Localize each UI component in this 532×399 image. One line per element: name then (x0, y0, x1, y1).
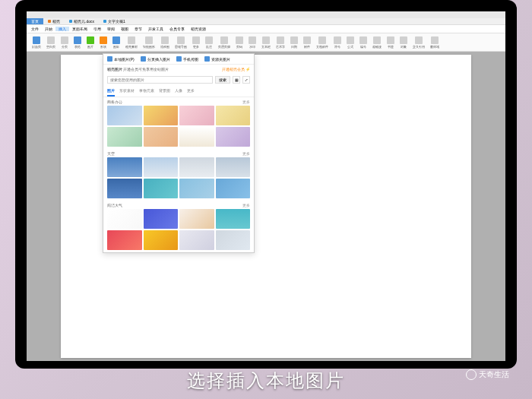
ribbon-页眉页脚[interactable]: 页眉页脚 (216, 36, 233, 49)
页码-icon (236, 36, 243, 44)
thumbnail[interactable] (179, 230, 214, 250)
more-link[interactable]: 更多 (242, 203, 250, 207)
thumbnail[interactable] (179, 106, 214, 125)
category-tab-形状素材[interactable]: 形状素材 (119, 88, 135, 97)
ribbon-日期[interactable]: 日期 (288, 36, 300, 49)
menu-开发工具[interactable]: 开发工具 (145, 27, 166, 31)
ribbon-窗体域[interactable]: 窗体域 (428, 36, 442, 49)
ribbon-编号[interactable]: 编号 (357, 36, 369, 49)
thumbnail[interactable] (216, 106, 251, 125)
ribbon-图标[interactable]: 图标 (110, 36, 122, 49)
书签-icon (387, 36, 394, 44)
ribbon-更多[interactable]: 更多 (190, 36, 202, 49)
menu-开始[interactable]: 开始 (42, 27, 55, 31)
titlebar (27, 11, 505, 18)
expand-icon[interactable]: ⤢ (242, 76, 250, 84)
thumbnail[interactable] (107, 230, 142, 250)
tab-首页[interactable]: 首页 (27, 18, 43, 24)
dd-分页插入图片[interactable]: 分页插入图片 (141, 56, 170, 62)
thumbnail[interactable] (107, 179, 142, 198)
dropdown-search: 搜索 ▦ ⤢ (103, 74, 254, 86)
search-button[interactable]: 搜索 (215, 76, 230, 84)
category-tab-人像[interactable]: 人像 (175, 88, 182, 97)
menu-稻壳资源[interactable]: 稻壳资源 (188, 27, 209, 31)
thumbnail[interactable] (179, 157, 214, 177)
ribbon-图片[interactable]: 图片 (84, 36, 97, 49)
ribbon-对象[interactable]: 对象 (397, 36, 410, 49)
thumbnail[interactable] (144, 157, 179, 177)
thumbnail[interactable] (179, 209, 214, 229)
ribbon-形状[interactable]: 形状 (97, 36, 109, 49)
menu-插入[interactable]: 插入 (55, 27, 69, 31)
thumbnail[interactable] (179, 127, 214, 147)
thumbnail[interactable] (107, 127, 142, 147)
日期-icon (290, 36, 298, 44)
thumbnail[interactable] (107, 106, 142, 125)
ribbon-文档部件[interactable]: 文档部件 (314, 36, 331, 49)
thumbnail[interactable] (144, 106, 179, 125)
tab-稻壳儿.docx[interactable]: 稻壳儿.docx (65, 18, 99, 24)
形状-icon (100, 36, 107, 44)
thumbnail[interactable] (144, 179, 179, 198)
dd-本地图片(P)[interactable]: 本地图片(P) (107, 56, 135, 62)
open-member-link[interactable]: 开通稻壳会员 ⚡ (222, 67, 250, 71)
category-tab-事物元素[interactable]: 事物元素 (139, 88, 154, 97)
tab-稻壳[interactable]: 稻壳 (43, 18, 65, 24)
document-area (27, 52, 505, 361)
dd-资源夹图片[interactable]: 资源夹图片 (204, 56, 230, 62)
表格-icon (74, 36, 81, 44)
category-tab-更多[interactable]: 更多 (187, 88, 195, 97)
menu-页面布局[interactable]: 页面布局 (69, 27, 90, 31)
ribbon-表格[interactable]: 表格 (71, 36, 84, 49)
ribbon-封面页[interactable]: 封面页 (30, 36, 43, 49)
ribbon-页码[interactable]: 页码 (233, 36, 245, 49)
search-input[interactable] (107, 76, 213, 84)
thumbnail[interactable] (216, 157, 251, 177)
menu-引用[interactable]: 引用 (90, 27, 104, 31)
ribbon-稻壳素材[interactable]: 稻壳素材 (123, 36, 140, 49)
grid-view-icon[interactable]: ▦ (233, 76, 240, 84)
tab-文字文稿1[interactable]: 文字文稿1 (99, 18, 130, 24)
ribbon-流程图[interactable]: 流程图 (158, 36, 172, 49)
ribbon-附件[interactable]: 附件 (301, 36, 313, 49)
dd-手机传图[interactable]: 手机传图 (176, 56, 198, 62)
thumbnail[interactable] (179, 179, 214, 198)
menu-审阅[interactable]: 审阅 (104, 27, 118, 31)
编号-icon (359, 36, 367, 44)
dropdown-category-tabs: 图片形状素材事物元素背景图人像更多 (103, 86, 254, 97)
thumbnail[interactable] (216, 179, 251, 198)
文档部件-icon (318, 36, 326, 44)
ribbon-分页[interactable]: 分页 (59, 36, 71, 49)
超链接-icon (373, 36, 381, 44)
ribbon-智能图形[interactable]: 智能图形 (141, 36, 157, 49)
category-tab-图片[interactable]: 图片 (107, 88, 115, 97)
ribbon-书签[interactable]: 书签 (385, 36, 397, 49)
ribbon-公式[interactable]: 公式 (344, 36, 356, 49)
more-link[interactable]: 更多 (242, 100, 250, 104)
ribbon-符号[interactable]: 符号 (331, 36, 344, 49)
ribbon-空白页[interactable]: 空白页 (44, 36, 58, 49)
thumbnail[interactable] (107, 209, 142, 229)
thumbnail[interactable] (216, 127, 251, 147)
thumbnail[interactable] (144, 230, 179, 250)
thumbnail[interactable] (144, 127, 179, 147)
ribbon-交叉引用[interactable]: 交叉引用 (410, 36, 427, 49)
文本框-icon (262, 36, 270, 44)
more-link[interactable]: 更多 (242, 151, 250, 156)
ribbon-思维导图[interactable]: 思维导图 (173, 36, 189, 49)
交叉引用-icon (415, 36, 423, 44)
menu-视图[interactable]: 视图 (118, 27, 131, 31)
thumbnail[interactable] (216, 230, 251, 250)
thumbnail[interactable] (144, 209, 179, 229)
menu-章节[interactable]: 章节 (131, 27, 145, 31)
ribbon-水印[interactable]: 水印 (246, 36, 258, 49)
thumbnail[interactable] (107, 157, 142, 177)
ribbon-艺术字[interactable]: 艺术字 (274, 36, 287, 49)
ribbon-文本框[interactable]: 文本框 (259, 36, 273, 49)
menu-文件[interactable]: 文件 (28, 27, 42, 31)
menu-会员专享[interactable]: 会员专享 (166, 27, 188, 31)
category-tab-背景图[interactable]: 背景图 (159, 88, 170, 97)
ribbon-批注[interactable]: 批注 (203, 36, 215, 49)
thumbnail[interactable] (216, 209, 251, 229)
ribbon-超链接[interactable]: 超链接 (370, 36, 384, 49)
